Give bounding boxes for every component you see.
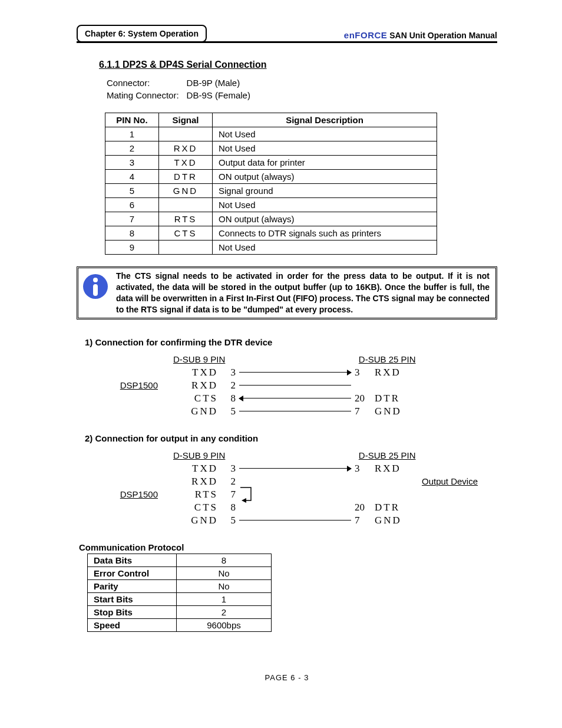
protocol-value: 8 bbox=[177, 554, 272, 566]
pin-desc: Not Used bbox=[213, 127, 437, 141]
left-pin: 8 bbox=[218, 393, 236, 404]
right-pin: 20 bbox=[355, 502, 371, 513]
left-pin-header: D-SUB 9 PIN bbox=[168, 354, 230, 364]
right-pin: 7 bbox=[355, 515, 371, 526]
wiring-row: GND57GND bbox=[106, 405, 497, 418]
svg-point-1 bbox=[93, 278, 98, 282]
left-signal: TXD bbox=[170, 463, 218, 475]
protocol-label: Stop Bits bbox=[88, 605, 177, 618]
wiring-diagram-1: D-SUB 9 PIND-SUB 25 PINTXD33RXDDSP1500RX… bbox=[106, 353, 497, 418]
wiring-row: CTS820DTR bbox=[106, 501, 497, 514]
wiring-row: TXD33RXD bbox=[106, 366, 497, 379]
left-pin: 2 bbox=[218, 380, 236, 391]
pin-no: 5 bbox=[105, 184, 159, 198]
pin-header-pin: PIN No. bbox=[105, 113, 159, 127]
table-row: 4DTRON output (always) bbox=[105, 170, 437, 184]
mating-connector-label: Mating Connector: bbox=[106, 90, 185, 101]
page-footer: PAGE 6 - 3 bbox=[77, 673, 497, 682]
pin-signal: DTR bbox=[159, 170, 213, 184]
mating-connector-value: DB-9S (Female) bbox=[186, 90, 256, 101]
left-pin: 8 bbox=[218, 502, 236, 513]
pin-desc: Signal ground bbox=[213, 184, 437, 198]
table-row: 1Not Used bbox=[105, 127, 437, 141]
protocol-value: 2 bbox=[177, 605, 272, 618]
manual-name: SAN Unit Operation Manual bbox=[387, 31, 497, 40]
left-pin: 5 bbox=[218, 515, 236, 526]
table-row: Start Bits1 bbox=[88, 592, 272, 605]
right-pin: 3 bbox=[355, 367, 371, 378]
note-box: The CTS signal needs to be activated in … bbox=[77, 266, 497, 319]
table-row: Data Bits8 bbox=[88, 554, 272, 566]
right-pin: 3 bbox=[355, 463, 371, 475]
left-pin: 2 bbox=[218, 476, 236, 487]
pin-signal bbox=[159, 198, 213, 212]
pin-desc: Output data for printer bbox=[213, 156, 437, 170]
alert-icon bbox=[82, 273, 109, 303]
left-pin-header: D-SUB 9 PIN bbox=[168, 450, 230, 460]
protocol-table: Data Bits8Error ControlNoParityNoStart B… bbox=[87, 554, 272, 632]
protocol-label: Error Control bbox=[88, 566, 177, 579]
brand-logo: enFORCE bbox=[344, 30, 388, 40]
table-row: 8CTSConnects to DTR signals such as prin… bbox=[105, 226, 437, 241]
left-pin: 3 bbox=[218, 463, 236, 475]
table-row: 7RTSON output (always) bbox=[105, 212, 437, 226]
wiring-row: TXD33RXD bbox=[106, 462, 497, 475]
right-pin: 7 bbox=[355, 406, 371, 417]
right-pin-header: D-SUB 25 PIN bbox=[349, 450, 422, 460]
table-row: 2RXDNot Used bbox=[105, 141, 437, 156]
wiring-diagram-2: D-SUB 9 PIND-SUB 25 PINTXD33RXDRXD2Outpu… bbox=[106, 449, 497, 527]
wiring-row: DSP1500RTS7 bbox=[106, 488, 497, 501]
left-signal: RXD bbox=[170, 476, 218, 487]
table-row: 9Not Used bbox=[105, 241, 437, 255]
right-signal: DTR bbox=[371, 393, 416, 404]
right-signal: RXD bbox=[371, 463, 416, 475]
pin-no: 1 bbox=[105, 127, 159, 141]
connector-info: Connector: DB-9P (Male) Mating Connector… bbox=[105, 76, 257, 102]
wiring-row: CTS820DTR bbox=[106, 392, 497, 405]
wiring-row: DSP1500RXD2 bbox=[106, 379, 497, 392]
pin-signal: GND bbox=[159, 184, 213, 198]
left-signal: TXD bbox=[170, 367, 218, 378]
table-row: 6Not Used bbox=[105, 198, 437, 212]
right-signal: RXD bbox=[371, 367, 416, 378]
left-signal: CTS bbox=[170, 393, 218, 404]
svg-marker-3 bbox=[242, 498, 246, 503]
note-text: The CTS signal needs to be activated in … bbox=[116, 271, 490, 315]
pin-header-signal: Signal bbox=[159, 113, 213, 127]
pin-desc: ON output (always) bbox=[213, 170, 437, 184]
left-signal: GND bbox=[170, 515, 218, 526]
left-pin: 5 bbox=[218, 406, 236, 417]
protocol-value: No bbox=[177, 579, 272, 592]
protocol-label: Parity bbox=[88, 579, 177, 592]
right-signal: GND bbox=[371, 406, 416, 417]
pin-desc: Not Used bbox=[213, 241, 437, 255]
protocol-value: 9600bps bbox=[177, 618, 272, 631]
pin-no: 2 bbox=[105, 141, 159, 156]
pin-no: 8 bbox=[105, 226, 159, 241]
left-signal: GND bbox=[170, 406, 218, 417]
protocol-label: Data Bits bbox=[88, 554, 177, 566]
connector-label: Connector: bbox=[106, 77, 185, 88]
pin-signal: RTS bbox=[159, 212, 213, 226]
chapter-box: Chapter 6: System Operation bbox=[77, 25, 207, 42]
device-label: DSP1500 bbox=[106, 380, 158, 390]
right-pin: 20 bbox=[355, 393, 371, 404]
table-row: ParityNo bbox=[88, 579, 272, 592]
pin-signal: CTS bbox=[159, 226, 213, 241]
protocol-label: Start Bits bbox=[88, 592, 177, 605]
table-row: Error ControlNo bbox=[88, 566, 272, 579]
table-row: Stop Bits2 bbox=[88, 605, 272, 618]
pin-desc: ON output (always) bbox=[213, 212, 437, 226]
table-row: 3TXDOutput data for printer bbox=[105, 156, 437, 170]
table-row: Speed9600bps bbox=[88, 618, 272, 631]
output-device-label: Output Device bbox=[416, 476, 492, 486]
wiring-row: GND57GND bbox=[106, 514, 497, 527]
left-pin: 3 bbox=[218, 367, 236, 378]
pin-no: 9 bbox=[105, 241, 159, 255]
pin-no: 4 bbox=[105, 170, 159, 184]
section-title: 6.1.1 DP2S & DP4S Serial Connection bbox=[99, 60, 497, 70]
wiring-row: RXD2Output Device bbox=[106, 475, 497, 488]
manual-title: enFORCE SAN Unit Operation Manual bbox=[344, 30, 497, 40]
wiring2-heading: 2) Connection for output in any conditio… bbox=[85, 433, 497, 443]
table-row: 5GNDSignal ground bbox=[105, 184, 437, 198]
